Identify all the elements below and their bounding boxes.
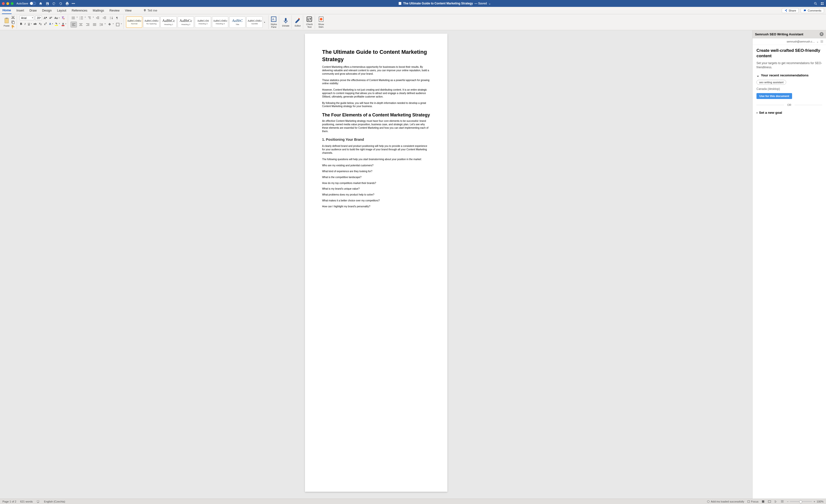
justify-icon[interactable] [92, 22, 98, 27]
focus-icon [747, 500, 750, 503]
set-new-goal-toggle[interactable]: › Set a new goal [757, 111, 822, 115]
decrease-indent-icon[interactable] [95, 15, 101, 21]
zoom-level[interactable]: 100% [817, 500, 824, 503]
line-spacing-icon[interactable] [99, 22, 106, 27]
style-heading-3[interactable]: AaBbCcDdHeading 3 [195, 16, 211, 28]
keyword-chip[interactable]: seo writing assistant [757, 80, 786, 85]
zoom-out-icon[interactable]: − [787, 500, 788, 503]
editor-button[interactable]: Editor [294, 17, 301, 27]
focus-button[interactable]: Focus [747, 500, 758, 503]
maximize-window-icon[interactable] [11, 2, 13, 5]
close-window-icon[interactable] [2, 2, 5, 5]
style-heading-2[interactable]: AaBbCcHeading 2 [178, 16, 194, 28]
zoom-in-icon[interactable]: + [814, 500, 815, 503]
title-dropdown-icon[interactable]: ⌄ [488, 2, 491, 5]
zoom-slider[interactable] [790, 501, 812, 502]
align-center-icon[interactable] [78, 22, 84, 27]
highlight-icon[interactable]: ✎ [54, 21, 60, 26]
print-icon[interactable] [65, 2, 69, 5]
change-case-icon[interactable]: Aa [54, 16, 60, 20]
save-icon[interactable] [46, 2, 49, 5]
style-heading-4[interactable]: AaBbCcDdEeHeading 4 [212, 16, 228, 28]
underline-icon[interactable]: U [27, 22, 32, 26]
share-button[interactable]: Share [782, 8, 799, 13]
show-swa-button[interactable]: Show SWA [317, 16, 325, 28]
comments-button[interactable]: Comments [801, 8, 824, 13]
tab-view[interactable]: View [124, 7, 132, 14]
account-dropdown-icon[interactable]: ⌄ [816, 40, 819, 43]
shading-icon[interactable] [107, 22, 114, 27]
print-layout-view-icon[interactable] [761, 500, 765, 503]
word-doc-icon [398, 2, 402, 5]
sort-icon[interactable]: AZ [109, 15, 115, 21]
increase-indent-icon[interactable] [102, 15, 108, 21]
superscript-icon[interactable]: x2 [43, 21, 47, 26]
tab-mailings[interactable]: Mailings [93, 7, 105, 14]
web-layout-view-icon[interactable] [768, 500, 771, 503]
sidepane-menu-icon[interactable] [820, 40, 824, 43]
ribbon-options-icon[interactable] [820, 2, 824, 5]
style-title[interactable]: AaBbCTitle [229, 16, 245, 28]
style-no-spacing[interactable]: AaBbCcDdEeNo Spacing [143, 16, 160, 28]
align-right-icon[interactable] [85, 22, 91, 27]
multilevel-list-icon[interactable] [87, 15, 94, 21]
tab-references[interactable]: References [71, 7, 88, 14]
close-sidepane-icon[interactable]: × [820, 32, 824, 36]
tab-draw[interactable]: Draw [29, 7, 37, 14]
decrease-font-icon[interactable]: A▾ [49, 15, 53, 20]
use-for-document-button[interactable]: Use for this document [757, 93, 792, 99]
styles-pane-button[interactable]: A Styles Pane [270, 16, 277, 28]
language-indicator[interactable]: English (Czechia) [44, 500, 65, 503]
tab-insert[interactable]: Insert [16, 7, 24, 14]
tab-review[interactable]: Review [109, 7, 120, 14]
check-text-button[interactable]: LT Check Text [306, 16, 313, 28]
document-page[interactable]: The Ultimate Guide to Content Marketing … [305, 34, 448, 492]
show-marks-icon[interactable]: ¶ [115, 16, 118, 20]
tab-home[interactable]: Home [2, 7, 11, 14]
subscript-icon[interactable]: x2 [38, 21, 43, 26]
paste-button[interactable]: Paste [3, 17, 10, 27]
font-name-select[interactable]: Arial [19, 16, 34, 20]
home-icon[interactable] [39, 2, 43, 5]
word-count[interactable]: 621 words [20, 500, 33, 503]
tab-design[interactable]: Design [42, 7, 52, 14]
draft-view-icon[interactable] [780, 500, 784, 503]
style-heading-1[interactable]: AaBbCcHeading 1 [161, 16, 177, 28]
borders-icon[interactable] [115, 22, 122, 27]
outline-view-icon[interactable] [774, 500, 778, 503]
increase-font-icon[interactable]: A▴ [43, 15, 48, 20]
redo-icon[interactable] [59, 2, 62, 5]
ribbon-tabs: Home Insert Draw Design Layout Reference… [0, 7, 826, 14]
align-left-icon[interactable] [70, 21, 77, 27]
minimize-window-icon[interactable] [6, 2, 9, 5]
search-icon[interactable] [814, 2, 817, 5]
cut-icon[interactable] [11, 15, 15, 19]
bullets-icon[interactable] [70, 15, 78, 21]
recent-recommendations-toggle[interactable]: ⌄ Your recent recommendations [757, 73, 822, 77]
autosave-toggle[interactable]: AutoSave ON [16, 2, 36, 5]
numbering-icon[interactable]: 123 [79, 15, 86, 21]
svg-rect-22 [97, 18, 99, 18]
undo-icon[interactable] [52, 2, 56, 5]
svg-rect-43 [101, 25, 103, 25]
clear-format-icon[interactable] [61, 16, 65, 20]
page-indicator[interactable]: Page 1 of 2 [2, 500, 16, 503]
styles-more-icon[interactable]: ▸ [263, 21, 266, 23]
qat-overflow-icon[interactable]: ••• [72, 2, 75, 5]
font-color-icon[interactable]: A [61, 22, 66, 26]
tab-layout[interactable]: Layout [57, 7, 67, 14]
strikethrough-icon[interactable]: ab [33, 22, 37, 26]
italic-icon[interactable]: I [24, 22, 26, 26]
font-size-select[interactable]: 20 [35, 16, 42, 20]
document-canvas[interactable]: The Ultimate Guide to Content Marketing … [0, 30, 752, 499]
format-painter-icon[interactable] [11, 25, 15, 29]
tell-me-search[interactable]: Tell me [143, 9, 157, 12]
text-effects-icon[interactable]: A [48, 22, 53, 26]
spellcheck-icon[interactable] [37, 500, 40, 503]
dictate-button[interactable]: Dictate [282, 17, 290, 27]
bold-icon[interactable]: B [19, 22, 23, 26]
copy-icon[interactable] [11, 20, 15, 24]
style-subtitle[interactable]: AaBbCcDdEeSubtitle [246, 16, 262, 28]
autosave-switch-icon[interactable]: ON [30, 2, 36, 5]
style-normal[interactable]: AaBbCcDdEeNormal [126, 16, 142, 28]
